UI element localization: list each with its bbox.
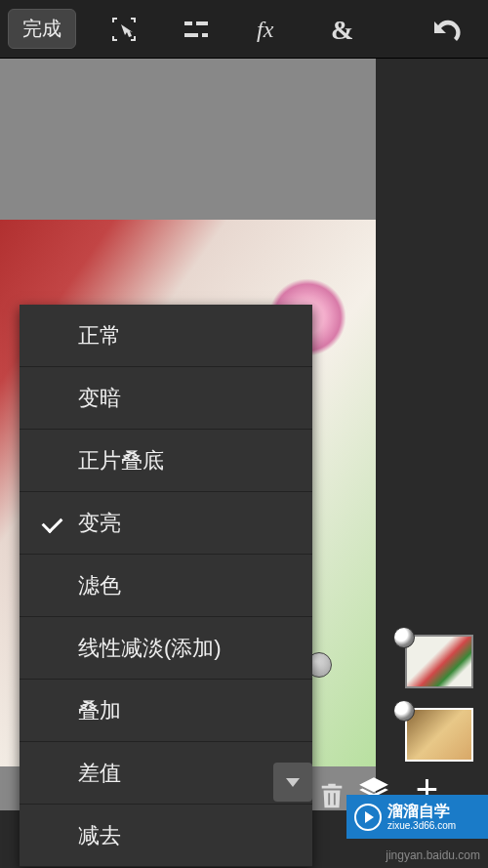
svg-text:fx: fx — [257, 17, 274, 42]
blend-mode-difference[interactable]: 差值 — [20, 742, 312, 805]
blend-mode-menu: 正常 变暗 正片叠底 变亮 滤色 线性减淡(添加) 叠加 差值 减去 — [20, 305, 312, 867]
svg-rect-1 — [196, 21, 208, 25]
watermark-title: 溜溜自学 — [387, 803, 456, 820]
blend-mode-darken[interactable]: 变暗 — [20, 367, 312, 430]
watermark-url: zixue.3d66.com — [387, 820, 456, 831]
blend-mode-linear-dodge[interactable]: 线性减淡(添加) — [20, 617, 312, 680]
fx-tool-icon[interactable]: fx — [234, 0, 303, 59]
blend-mode-multiply[interactable]: 正片叠底 — [20, 430, 312, 492]
layer-visibility-radio[interactable] — [393, 627, 415, 648]
layer-thumbnail-2[interactable] — [405, 708, 473, 762]
ampersand-tool-icon[interactable]: & — [306, 0, 375, 59]
dropdown-toggle[interactable] — [273, 763, 312, 802]
right-panel — [376, 59, 488, 868]
play-icon — [354, 804, 382, 831]
svg-rect-0 — [184, 21, 192, 25]
layer-thumbnail-1[interactable] — [405, 635, 473, 688]
svg-rect-2 — [184, 33, 198, 37]
watermark-logo: 溜溜自学 zixue.3d66.com — [346, 795, 488, 839]
layer-visibility-radio[interactable] — [393, 700, 415, 722]
done-button[interactable]: 完成 — [8, 9, 76, 49]
blend-mode-subtract[interactable]: 减去 — [20, 805, 312, 867]
blend-mode-screen[interactable]: 滤色 — [20, 555, 312, 617]
blend-mode-normal[interactable]: 正常 — [20, 305, 312, 367]
blend-mode-overlay[interactable]: 叠加 — [20, 680, 312, 742]
svg-text:&: & — [331, 15, 353, 45]
top-toolbar: 完成 fx & — [0, 0, 488, 59]
attribution-text: jingyan.baidu.com — [386, 848, 480, 862]
svg-rect-3 — [202, 33, 208, 37]
undo-icon[interactable] — [412, 0, 480, 59]
crop-tool-icon[interactable] — [90, 0, 158, 59]
blend-mode-lighten[interactable]: 变亮 — [20, 492, 312, 555]
adjust-tool-icon[interactable] — [162, 0, 230, 59]
